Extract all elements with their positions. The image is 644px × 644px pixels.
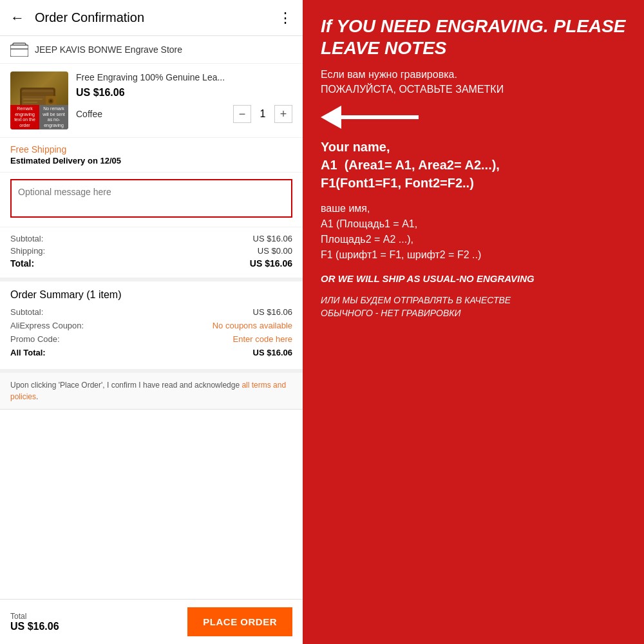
svg-rect-4	[22, 92, 53, 96]
summary-all-total-row: All Total: US $16.06	[10, 348, 292, 357]
place-order-button[interactable]: PLACE ORDER	[187, 607, 292, 636]
delivery-label: Estimated Delivery on	[10, 156, 98, 166]
total-row: Total: US $16.06	[10, 258, 292, 269]
left-panel: ← Order Confirmation ⋮ JEEP KAVIS BONWE …	[0, 0, 303, 644]
total-value: US $16.06	[250, 258, 292, 269]
badge-remark: Remark engraving text on the order	[10, 105, 39, 129]
svg-rect-8	[23, 99, 43, 100]
store-row: JEEP KAVIS BONWE Engrave Store	[0, 36, 303, 64]
totals-section: Subtotal: US $16.06 Shipping: US $0.00 T…	[0, 227, 303, 281]
bottom-total-amount: US $16.06	[10, 621, 59, 632]
svg-point-7	[50, 100, 52, 102]
variant-qty-row: Coffee − 1 +	[76, 105, 292, 123]
order-summary-section: Order Summary (1 item) Subtotal: US $16.…	[0, 281, 303, 373]
quantity-increase-button[interactable]: +	[274, 105, 292, 123]
variant-label: Coffee	[76, 109, 228, 119]
back-button[interactable]: ←	[10, 10, 24, 26]
terms-text-end: .	[36, 392, 38, 401]
quantity-value: 1	[256, 108, 269, 120]
right-panel: If YOU NEED ENGRAVING. PLEASE LEAVE NOTE…	[303, 0, 644, 644]
product-info: Free Engraving 100% Genuine Lea... US $1…	[76, 71, 292, 123]
menu-button[interactable]: ⋮	[278, 10, 292, 26]
page-title: Order Confirmation	[35, 10, 278, 25]
shipping-row: Shipping: US $0.00	[10, 246, 292, 256]
summary-promo-row: Promo Code: Enter code here	[10, 334, 292, 344]
subtotal-value: US $16.06	[253, 234, 292, 243]
summary-coupon-label: AliExpress Coupon:	[10, 321, 84, 330]
summary-promo-label: Promo Code:	[10, 334, 60, 344]
summary-coupon-row: AliExpress Coupon: No coupons available	[10, 321, 292, 330]
right-footer-ru: ИЛИ МЫ БУДЕМ ОТПРАВЛЯТЬ В КАЧЕСТВЕ ОБЫЧН…	[321, 294, 626, 319]
arrow-head-icon	[321, 106, 341, 129]
summary-coupon-value[interactable]: No coupons available	[213, 321, 292, 330]
terms-text: Upon clicking 'Place Order', I confirm I…	[10, 379, 292, 402]
terms-section: Upon clicking 'Place Order', I confirm I…	[0, 373, 303, 410]
store-icon	[10, 43, 28, 57]
product-badges: Remark engraving text on the order No re…	[10, 105, 68, 129]
order-summary-title: Order Summary (1 item)	[10, 289, 292, 301]
product-section: JEEP Remark engraving text on the order …	[0, 64, 303, 138]
right-subtitle-ru: Если вам нужно гравировка.ПОЖАЛУЙСТА, ОС…	[321, 68, 626, 97]
summary-subtotal-value: US $16.06	[253, 307, 292, 317]
total-label: Total:	[10, 258, 34, 269]
right-headline: If YOU NEED ENGRAVING. PLEASE LEAVE NOTE…	[321, 15, 626, 59]
arrow-row	[321, 106, 626, 129]
message-input[interactable]	[10, 179, 292, 218]
right-footer-en: OR WE WILL SHIP AS USUAL-NO ENGRAVING	[321, 272, 626, 285]
product-image: JEEP Remark engraving text on the order …	[10, 71, 68, 129]
delivery-date: 12/05	[100, 156, 121, 166]
scrollable-content: JEEP KAVIS BONWE Engrave Store	[0, 36, 303, 599]
message-section	[0, 173, 303, 227]
bottom-bar: Total US $16.06 PLACE ORDER	[0, 599, 303, 644]
store-name: JEEP KAVIS BONWE Engrave Store	[35, 44, 182, 55]
summary-all-total-value: US $16.06	[253, 348, 292, 357]
arrow-line-icon	[341, 115, 419, 119]
summary-all-total-label: All Total:	[10, 348, 46, 357]
quantity-decrease-button[interactable]: −	[233, 105, 251, 123]
svg-rect-0	[10, 45, 28, 57]
terms-text-main: Upon clicking 'Place Order', I confirm I…	[10, 381, 242, 390]
summary-subtotal-label: Subtotal:	[10, 307, 43, 317]
svg-rect-9	[23, 102, 37, 103]
estimated-delivery: Estimated Delivery on 12/05	[10, 156, 292, 166]
product-name: Free Engraving 100% Genuine Lea...	[76, 71, 292, 83]
free-shipping-label: Free Shipping	[10, 144, 292, 155]
summary-subtotal-row: Subtotal: US $16.06	[10, 307, 292, 317]
shipping-section: Free Shipping Estimated Delivery on 12/0…	[0, 138, 303, 173]
right-engraving-ru: ваше имя, А1 (Площадь1 = А1, Площадь2 = …	[321, 201, 626, 263]
subtotal-row: Subtotal: US $16.06	[10, 234, 292, 243]
bottom-total: Total US $16.06	[10, 612, 59, 632]
product-price: US $16.06	[76, 87, 292, 99]
header: ← Order Confirmation ⋮	[0, 0, 303, 36]
shipping-value: US $0.00	[258, 246, 292, 256]
badge-noremark: No remark will be sent as no-engraving	[39, 105, 68, 129]
summary-promo-value[interactable]: Enter code here	[232, 334, 292, 344]
shipping-label: Shipping:	[10, 246, 45, 256]
product-row: JEEP Remark engraving text on the order …	[10, 71, 292, 129]
right-engraving-en: Your name, A1 (Area1= A1, Area2= A2...),…	[321, 138, 626, 192]
subtotal-label: Subtotal:	[10, 234, 43, 243]
bottom-total-label: Total	[10, 612, 59, 621]
